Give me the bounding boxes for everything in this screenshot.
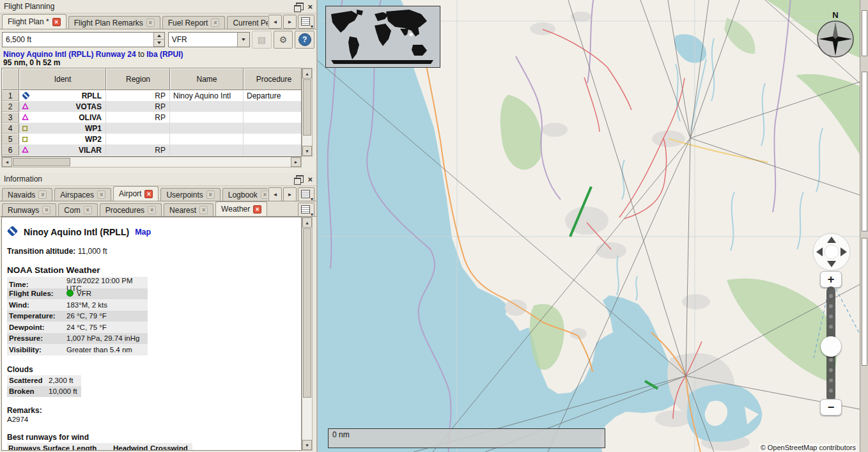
row-number: 1 xyxy=(2,90,19,101)
scroll-left-icon[interactable]: ◄ xyxy=(2,157,12,167)
column-header-procedure[interactable]: Procedure xyxy=(244,68,302,90)
column-header-name[interactable]: Name xyxy=(170,68,244,90)
tab-close-icon[interactable]: × xyxy=(253,205,261,214)
map-route-symbols xyxy=(318,0,860,452)
table-row[interactable]: 1RPLLRPNinoy Aquino IntlDeparture xyxy=(2,90,301,101)
ident-text: WP1 xyxy=(85,124,102,133)
best-runways-table: RunwaysSurfaceLengthHeadwindCrosswind24H… xyxy=(7,443,192,451)
close-icon[interactable]: × xyxy=(307,3,313,10)
table-row[interactable]: 5WP2 xyxy=(2,134,301,144)
table-row[interactable]: 6VILARRP xyxy=(2,144,301,155)
tab-scroll-left-icon[interactable]: ◄ xyxy=(268,187,282,201)
tab-scroll-right-icon[interactable]: ► xyxy=(283,187,297,201)
tab-close-icon[interactable]: × xyxy=(199,206,208,214)
weather-row-flight-rules: Flight Rules:VFR xyxy=(7,288,148,300)
remarks-value: A2974 xyxy=(7,416,301,423)
flight-plan-hscrollbar[interactable]: ◄ ► xyxy=(1,157,302,168)
float-icon[interactable] xyxy=(296,175,304,183)
right-dock-strip xyxy=(860,0,868,452)
tab-logbook[interactable]: Logbook× xyxy=(222,188,275,201)
map-zoom-slider[interactable]: + − xyxy=(820,271,842,416)
table-row[interactable]: 2VOTASRP xyxy=(2,101,301,112)
waypoint-type-icon xyxy=(22,146,29,153)
runway-table-header: RunwaysSurfaceLengthHeadwindCrosswind xyxy=(7,443,192,451)
map-pan-control[interactable] xyxy=(812,232,851,272)
zoom-in-button[interactable]: + xyxy=(820,271,842,288)
tab-airspaces[interactable]: Airspaces× xyxy=(54,188,111,201)
tab-close-icon[interactable]: × xyxy=(52,18,61,26)
tab-menu-icon[interactable] xyxy=(298,203,314,217)
region-cell: RP xyxy=(106,144,170,155)
tab-userpoints[interactable]: Userpoints× xyxy=(160,188,220,201)
tab-fuel-report[interactable]: Fuel Report× xyxy=(162,16,226,29)
aircraft-performance-button[interactable]: ⚙ xyxy=(274,31,293,49)
vscroll-thumb[interactable] xyxy=(303,79,311,136)
scroll-right-icon[interactable]: ► xyxy=(291,157,301,167)
tab-flight-plan[interactable]: Flight Plan *× xyxy=(2,14,66,29)
tab-procedures[interactable]: Procedures× xyxy=(100,203,162,216)
table-row[interactable]: 4WP1 xyxy=(2,123,301,134)
information-vscrollbar[interactable]: ▲ ▼ xyxy=(302,217,313,451)
map-canvas[interactable]: N + − xyxy=(318,0,860,452)
column-header-ident[interactable]: Ident xyxy=(19,68,106,90)
tab-close-icon[interactable]: × xyxy=(42,206,50,214)
tab-close-icon[interactable]: × xyxy=(206,191,215,199)
corner-cell xyxy=(2,68,19,90)
runway-col-surface: Surface xyxy=(42,444,71,451)
procedure-cell xyxy=(244,112,302,123)
cloud-layer-label: Broken xyxy=(9,387,49,395)
cloud-layer-value: 2,300 ft xyxy=(49,377,79,384)
tab-weather[interactable]: Weather× xyxy=(215,201,267,216)
scroll-down-icon[interactable]: ▼ xyxy=(302,146,312,156)
tab-close-icon[interactable]: × xyxy=(84,206,92,214)
tab-close-icon[interactable]: × xyxy=(97,191,105,199)
zoom-slider-knob[interactable] xyxy=(821,336,841,357)
procedure-cell xyxy=(244,123,302,134)
tab-nearest[interactable]: Nearest× xyxy=(164,203,213,216)
tab-scroll-right-icon[interactable]: ► xyxy=(283,15,297,29)
flight-plan-table[interactable]: IdentRegionNameProcedure1RPLLRPNinoy Aqu… xyxy=(1,68,302,157)
flight-planning-title: Flight Planning xyxy=(4,2,54,11)
name-cell: Ninoy Aquino Intl xyxy=(170,90,244,101)
tab-close-icon[interactable]: × xyxy=(144,190,153,198)
flight-plan-vscrollbar[interactable]: ▲ ▼ xyxy=(302,68,313,157)
waypoint-type-icon xyxy=(22,91,30,100)
cruise-altitude-input[interactable]: 6,500 ft xyxy=(2,32,165,47)
transition-altitude-label: Transition altitude: xyxy=(7,247,75,256)
tab-com[interactable]: Com× xyxy=(58,203,97,216)
tab-close-icon[interactable]: × xyxy=(146,19,155,27)
map-attribution: © OpenStreetMap contributors xyxy=(759,444,857,451)
zoom-out-button[interactable]: − xyxy=(820,399,842,416)
float-icon[interactable] xyxy=(296,3,304,10)
remarks-label: Remarks: xyxy=(7,406,301,415)
adjust-altitude-button[interactable]: ▤ xyxy=(252,31,272,49)
close-icon[interactable]: × xyxy=(307,176,313,183)
weather-label: Wind: xyxy=(9,301,66,309)
hscroll-thumb[interactable] xyxy=(13,158,70,166)
scroll-up-icon[interactable]: ▲ xyxy=(302,217,312,228)
tab-flight-plan-remarks[interactable]: Flight Plan Remarks× xyxy=(68,16,160,29)
tab-close-icon[interactable]: × xyxy=(38,191,47,199)
flight-rule-select[interactable]: VFR xyxy=(168,32,250,47)
table-row[interactable]: 3OLIVARP xyxy=(2,112,301,123)
vscroll-thumb[interactable] xyxy=(303,228,311,398)
map-link[interactable]: Map xyxy=(135,228,151,237)
tab-navaids[interactable]: Navaids× xyxy=(2,188,52,201)
tab-runways[interactable]: Runways× xyxy=(2,203,56,216)
tab-scroll-left-icon[interactable]: ◄ xyxy=(268,15,282,29)
row-number: 4 xyxy=(2,123,19,134)
altitude-spinner[interactable] xyxy=(153,33,164,47)
tab-menu-icon[interactable] xyxy=(298,187,314,201)
world-overview-inset[interactable] xyxy=(325,6,440,68)
tab-menu-icon[interactable] xyxy=(298,15,314,29)
tab-airport[interactable]: Airport× xyxy=(113,186,159,201)
departure-airport-text: Ninoy Aquino Intl (RPLL) Runway 24 xyxy=(3,50,136,59)
scroll-up-icon[interactable]: ▲ xyxy=(302,68,312,79)
tab-close-icon[interactable]: × xyxy=(211,19,219,27)
tab-close-icon[interactable]: × xyxy=(148,206,156,214)
compass-rose[interactable]: N xyxy=(815,10,856,61)
column-header-region[interactable]: Region xyxy=(106,68,170,90)
help-button[interactable]: ? xyxy=(295,31,314,49)
dropdown-arrow-icon[interactable] xyxy=(237,33,249,47)
scroll-down-icon[interactable]: ▼ xyxy=(302,440,312,450)
